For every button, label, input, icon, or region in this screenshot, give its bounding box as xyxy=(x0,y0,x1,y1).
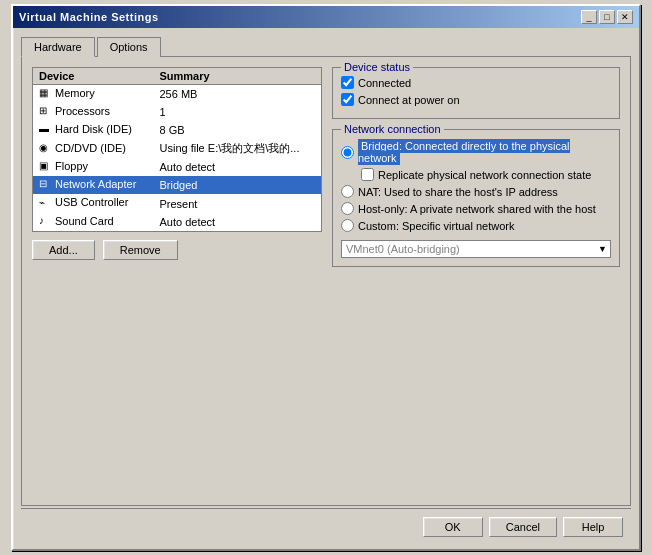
summary-cell: 256 MB xyxy=(154,85,322,104)
maximize-button[interactable]: □ xyxy=(599,10,615,24)
vmnet-dropdown[interactable]: VMnet0 (Auto-bridging) xyxy=(341,240,611,258)
harddisk-icon: ▬ xyxy=(39,123,53,137)
summary-cell: Present xyxy=(154,194,322,212)
summary-cell: Using file E:\我的文档\我的... xyxy=(154,139,322,158)
nat-label: NAT: Used to share the host's IP address xyxy=(358,186,558,198)
ok-button[interactable]: OK xyxy=(423,517,483,537)
device-status-title: Device status xyxy=(341,61,413,73)
title-bar: Virtual Machine Settings _ □ ✕ xyxy=(13,6,639,28)
processor-icon: ⊞ xyxy=(39,105,53,119)
network-connection-title: Network connection xyxy=(341,123,444,135)
vmnet-dropdown-wrapper: VMnet0 (Auto-bridging) ▼ xyxy=(341,240,611,258)
bridged-label: Bridged: Connected directly to the physi… xyxy=(358,140,611,164)
device-cell: ⊟Network Adapter xyxy=(33,176,154,194)
connected-checkbox[interactable] xyxy=(341,76,354,89)
nat-radio[interactable] xyxy=(341,185,354,198)
connected-row: Connected xyxy=(341,76,611,89)
connect-power-checkbox[interactable] xyxy=(341,93,354,106)
table-row[interactable]: ▬Hard Disk (IDE)8 GB xyxy=(33,121,322,139)
add-button[interactable]: Add... xyxy=(32,240,95,260)
tab-bar: Hardware Options xyxy=(21,36,631,56)
tab-hardware[interactable]: Hardware xyxy=(21,37,95,57)
summary-cell: 8 GB xyxy=(154,121,322,139)
custom-radio[interactable] xyxy=(341,219,354,232)
network-icon: ⊟ xyxy=(39,178,53,192)
col-device: Device xyxy=(33,68,154,85)
host-only-label: Host-only: A private network shared with… xyxy=(358,203,596,215)
table-row[interactable]: ▦Memory256 MB xyxy=(33,85,322,104)
usb-icon: ⌁ xyxy=(39,197,53,211)
main-window: Virtual Machine Settings _ □ ✕ Hardware … xyxy=(11,4,641,551)
right-panel: Device status Connected Connect at power… xyxy=(332,67,620,495)
col-summary: Summary xyxy=(154,68,322,85)
summary-cell: Auto detect xyxy=(154,158,322,176)
cdrom-icon: ◉ xyxy=(39,142,53,156)
device-cell: ▣Floppy xyxy=(33,158,154,176)
device-cell: ⊞Processors xyxy=(33,103,154,121)
window-body: Hardware Options Device Summary ▦M xyxy=(13,28,639,549)
network-connection-group: Network connection Bridged: Connected di… xyxy=(332,129,620,267)
table-row[interactable]: ♪Sound CardAuto detect xyxy=(33,213,322,232)
window-title: Virtual Machine Settings xyxy=(19,11,159,23)
bridged-row: Bridged: Connected directly to the physi… xyxy=(341,140,611,164)
table-row[interactable]: ◉CD/DVD (IDE)Using file E:\我的文档\我的... xyxy=(33,139,322,158)
connected-label: Connected xyxy=(358,77,411,89)
host-only-row: Host-only: A private network shared with… xyxy=(341,202,611,215)
device-cell: ♪Sound Card xyxy=(33,213,154,232)
minimize-button[interactable]: _ xyxy=(581,10,597,24)
left-panel: Device Summary ▦Memory256 MB⊞Processors1… xyxy=(32,67,322,495)
host-only-radio[interactable] xyxy=(341,202,354,215)
bottom-bar: OK Cancel Help xyxy=(21,508,631,541)
nat-row: NAT: Used to share the host's IP address xyxy=(341,185,611,198)
device-cell: ▦Memory xyxy=(33,85,154,104)
custom-label: Custom: Specific virtual network xyxy=(358,220,515,232)
replicate-checkbox[interactable] xyxy=(361,168,374,181)
connect-power-label: Connect at power on xyxy=(358,94,460,106)
device-cell: ▬Hard Disk (IDE) xyxy=(33,121,154,139)
ok-cancel-help-buttons: OK Cancel Help xyxy=(423,517,623,537)
summary-cell: Bridged xyxy=(154,176,322,194)
floppy-icon: ▣ xyxy=(39,160,53,174)
table-row[interactable]: ⊞Processors1 xyxy=(33,103,322,121)
connect-power-row: Connect at power on xyxy=(341,93,611,106)
title-bar-controls: _ □ ✕ xyxy=(581,10,633,24)
add-remove-buttons: Add... Remove xyxy=(32,240,322,260)
table-row[interactable]: ⌁USB ControllerPresent xyxy=(33,194,322,212)
summary-cell: Auto detect xyxy=(154,213,322,232)
table-row[interactable]: ▣FloppyAuto detect xyxy=(33,158,322,176)
bridged-selected-text: Bridged: Connected directly to the physi… xyxy=(358,139,570,165)
custom-row: Custom: Specific virtual network xyxy=(341,219,611,232)
device-cell: ⌁USB Controller xyxy=(33,194,154,212)
remove-button[interactable]: Remove xyxy=(103,240,178,260)
help-button[interactable]: Help xyxy=(563,517,623,537)
replicate-row: Replicate physical network connection st… xyxy=(361,168,611,181)
device-status-group: Device status Connected Connect at power… xyxy=(332,67,620,119)
summary-cell: 1 xyxy=(154,103,322,121)
memory-icon: ▦ xyxy=(39,87,53,101)
tab-content: Device Summary ▦Memory256 MB⊞Processors1… xyxy=(21,56,631,506)
device-cell: ◉CD/DVD (IDE) xyxy=(33,139,154,158)
bridged-radio[interactable] xyxy=(341,146,354,159)
device-table: Device Summary ▦Memory256 MB⊞Processors1… xyxy=(32,67,322,232)
close-button[interactable]: ✕ xyxy=(617,10,633,24)
sound-icon: ♪ xyxy=(39,215,53,229)
tab-options[interactable]: Options xyxy=(97,37,161,57)
cancel-button[interactable]: Cancel xyxy=(489,517,557,537)
table-row[interactable]: ⊟Network AdapterBridged xyxy=(33,176,322,194)
replicate-label: Replicate physical network connection st… xyxy=(378,169,591,181)
